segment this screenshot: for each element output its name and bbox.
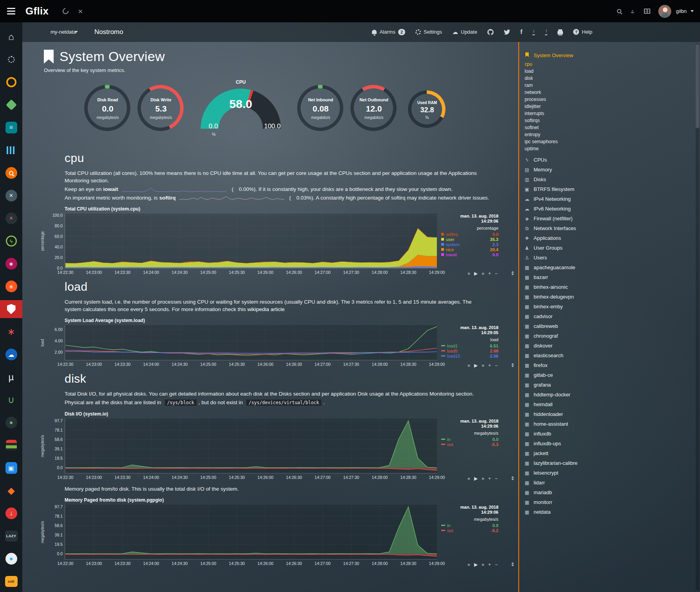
legend-out[interactable]: out-5.2: [441, 528, 498, 533]
chart-pan-backward-button[interactable]: «: [467, 363, 470, 368]
sidebar-app-window-app[interactable]: ▣: [0, 461, 22, 475]
menu-item-letsencrypt[interactable]: ▦letsencrypt: [524, 468, 694, 478]
menu-item-mariadb[interactable]: ▦mariadb: [524, 488, 694, 497]
menu-item-bazarr[interactable]: ▦bazarr: [524, 272, 694, 282]
menu-subitem-processes[interactable]: processes: [525, 96, 694, 103]
user-menu-caret-icon[interactable]: [691, 10, 694, 12]
menu-item-heimdall[interactable]: ▦heimdall: [524, 399, 694, 409]
chart-resize-handle[interactable]: ⇕: [511, 270, 515, 276]
chart-play-button[interactable]: ▶: [474, 271, 478, 276]
sidebar-app-home[interactable]: ⌂: [0, 30, 22, 43]
facebook-button[interactable]: f: [520, 29, 522, 35]
chart-pan-backward-button[interactable]: «: [467, 562, 470, 567]
menu-item-gitlab-ce[interactable]: ▦gitlab-ce: [524, 370, 694, 380]
user-avatar[interactable]: [658, 5, 671, 18]
menu-item-influxdb[interactable]: ▦influxdb: [524, 429, 694, 439]
chart-zoom-out-button[interactable]: −: [495, 363, 498, 368]
help-button[interactable]: ? Help: [573, 29, 592, 35]
disk-io-chart-plot[interactable]: megabytes/s 14:22:3014:23:0014:23:3014:2…: [65, 419, 437, 473]
chart-zoom-out-button[interactable]: −: [495, 271, 498, 276]
sidebar-app-pink-app[interactable]: ∗: [0, 257, 22, 270]
legend-load1[interactable]: load16.51: [441, 343, 498, 348]
menu-item-binhex-delugevpn[interactable]: ▦binhex-delugevpn: [524, 292, 694, 302]
wikipedia-link[interactable]: wikipedia article: [247, 306, 285, 312]
menu-subitem-interrupts[interactable]: interrupts: [525, 110, 694, 117]
menu-item-binhex-airsonic[interactable]: ▦binhex-airsonic: [524, 282, 694, 292]
scrollbar[interactable]: [696, 43, 699, 590]
windows-grid-icon[interactable]: [644, 9, 650, 14]
menu-item-cadvisor[interactable]: ▦cadvisor: [524, 311, 694, 321]
legend-in[interactable]: in0.0: [441, 523, 498, 528]
chart-resize-handle[interactable]: ⇕: [511, 475, 515, 481]
sidebar-app-leaf-app[interactable]: ●: [0, 416, 22, 429]
import-button[interactable]: ↓: [532, 29, 535, 35]
chart-play-button[interactable]: ▶: [474, 476, 478, 481]
menu-subitem-disk[interactable]: disk: [525, 75, 694, 82]
menu-subitem-cpu[interactable]: cpu: [525, 61, 694, 68]
settings-button[interactable]: Settings: [415, 29, 442, 35]
sidebar-app-emby-app[interactable]: ×: [0, 189, 22, 202]
sidebar-app-plex[interactable]: [0, 76, 22, 89]
menu-item-btrfs-filesystem[interactable]: ▣BTRFS filesystem: [524, 184, 694, 194]
legend-user[interactable]: user35.3: [441, 237, 498, 242]
cpu-chart-plot[interactable]: percentage 14:22:3014:23:0014:23:3014:24…: [65, 214, 437, 268]
chart-resize-handle[interactable]: ⇕: [511, 362, 515, 368]
chart-pan-forward-button[interactable]: »: [482, 363, 484, 368]
menu-item-apacheguacamole[interactable]: ▦apacheguacamole: [524, 263, 694, 272]
menu-item-applications[interactable]: ❖Applications: [524, 233, 694, 243]
legend-iowait[interactable]: iowait0.0: [441, 252, 498, 257]
chart-zoom-in-button[interactable]: +: [488, 271, 491, 276]
export-button[interactable]: ↑: [545, 29, 547, 35]
chart-zoom-in-button[interactable]: +: [488, 363, 491, 368]
fullscreen-icon[interactable]: ↔↕: [629, 8, 636, 15]
menu-item-influxdb-ups[interactable]: ▦influxdb-ups: [524, 439, 694, 448]
print-button[interactable]: [557, 30, 563, 34]
menu-item-chronograf[interactable]: ▦chronograf: [524, 331, 694, 341]
chart-zoom-in-button[interactable]: +: [488, 562, 491, 567]
github-button[interactable]: [487, 29, 494, 35]
chart-zoom-out-button[interactable]: −: [495, 476, 498, 481]
load-chart-plot[interactable]: load 14:22:3014:23:0014:23:3014:24:0014:…: [65, 325, 437, 360]
sidebar-app-bolt-app[interactable]: ϟ: [0, 234, 22, 248]
menu-subitem-uptime[interactable]: uptime: [525, 145, 694, 152]
sidebar-app-settings[interactable]: [0, 53, 22, 66]
menu-item-elasticsearch[interactable]: ▦elasticsearch: [524, 351, 694, 360]
menu-item-disks[interactable]: ▥Disks: [524, 175, 694, 184]
chart-play-button[interactable]: ▶: [474, 562, 478, 567]
menu-item-calibreweb[interactable]: ▦calibreweb: [524, 321, 694, 331]
scrollbar-thumb[interactable]: [696, 44, 699, 128]
search-icon[interactable]: [617, 9, 621, 13]
menu-subitem-softnet[interactable]: softnet: [525, 124, 694, 131]
menu-item-jackett[interactable]: ▦jackett: [524, 448, 694, 458]
sidebar-app-shield-app[interactable]: [0, 300, 22, 318]
chart-pan-forward-button[interactable]: »: [482, 562, 484, 567]
menu-item-netdata[interactable]: ▦netdata: [524, 507, 694, 517]
sidebar-app-orange-burst-app[interactable]: ∗: [0, 280, 22, 293]
refresh-icon[interactable]: [61, 7, 70, 15]
chart-pan-forward-button[interactable]: »: [482, 271, 484, 276]
menu-subitem-network[interactable]: network: [525, 89, 694, 96]
hamburger-menu-icon[interactable]: [7, 8, 15, 14]
menu-item-user-groups[interactable]: ♟User Groups: [524, 243, 694, 253]
chart-zoom-out-button[interactable]: −: [495, 562, 498, 567]
sidebar-app-download-app[interactable]: ↓: [0, 507, 22, 520]
menu-item-memory[interactable]: ▤Memory: [524, 165, 694, 175]
menu-item-ipv4-networking[interactable]: ☁IPv4 Networking: [524, 194, 694, 204]
chart-zoom-in-button[interactable]: +: [488, 476, 491, 481]
chart-play-button[interactable]: ▶: [474, 363, 478, 368]
sidebar-app-drop-app[interactable]: ●: [0, 552, 22, 565]
twitter-button[interactable]: [504, 29, 510, 35]
memory-paged-chart-plot[interactable]: megabytes/s 14:22:3014:23:0014:23:3014:2…: [65, 505, 437, 560]
menu-item-system-overview[interactable]: System Overview: [524, 50, 694, 60]
legend-nice[interactable]: nice20.4: [441, 247, 498, 252]
username[interactable]: gilbn: [676, 8, 687, 14]
menu-subitem-softirqs[interactable]: softirqs: [525, 117, 694, 124]
menu-item-binhex-emby[interactable]: ▦binhex-emby: [524, 302, 694, 311]
sidebar-app-x-app[interactable]: ×: [0, 212, 22, 225]
legend-softirq[interactable]: softirq0.0: [441, 232, 498, 237]
alarms-button[interactable]: Alarms 2: [372, 29, 405, 35]
legend-load15[interactable]: load152.06: [441, 353, 498, 358]
chart-resize-handle[interactable]: ⇕: [511, 561, 515, 567]
sidebar-app-sabnzbd[interactable]: sab: [0, 575, 22, 588]
chart-pan-forward-button[interactable]: »: [482, 476, 484, 481]
